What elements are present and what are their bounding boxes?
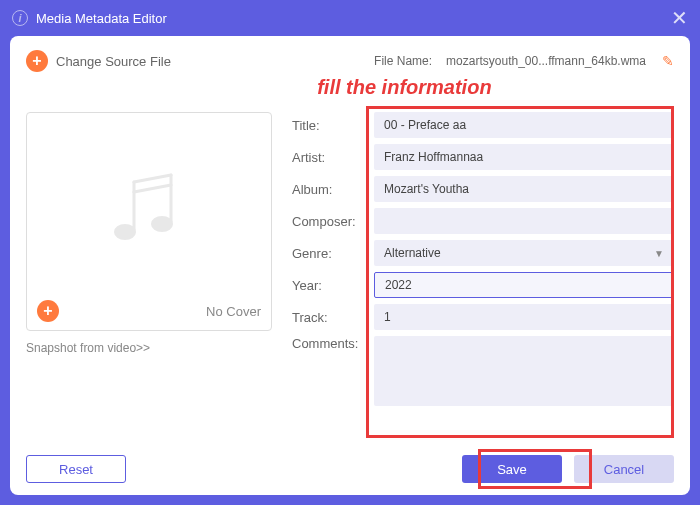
year-input[interactable]	[374, 272, 674, 298]
window-title: Media Metadata Editor	[36, 11, 167, 26]
close-icon[interactable]: ✕	[671, 6, 688, 30]
svg-point-0	[114, 224, 136, 240]
form-panel: Title: Artist: Album: Composer: Genre:	[292, 112, 674, 447]
title-input[interactable]	[374, 112, 674, 138]
titlebar: i Media Metadata Editor ✕	[0, 0, 700, 36]
edit-filename-icon[interactable]: ✎	[662, 53, 674, 69]
album-input[interactable]	[374, 176, 674, 202]
save-button[interactable]: Save	[462, 455, 562, 483]
composer-input[interactable]	[374, 208, 674, 234]
reset-button[interactable]: Reset	[26, 455, 126, 483]
cancel-button[interactable]: Cancel	[574, 455, 674, 483]
annotation-text: fill the information	[317, 76, 491, 99]
genre-label: Genre:	[292, 246, 370, 261]
comments-textarea[interactable]	[374, 336, 674, 406]
info-icon: i	[12, 10, 28, 26]
button-row: Reset Save Cancel	[26, 455, 674, 483]
snapshot-link[interactable]: Snapshot from video>>	[26, 341, 272, 355]
filename-label: File Name:	[374, 54, 432, 68]
music-note-icon	[99, 162, 199, 262]
artist-label: Artist:	[292, 150, 370, 165]
genre-selected-value: Alternative	[384, 246, 441, 260]
cover-box: + No Cover	[26, 112, 272, 331]
header-row: + Change Source File File Name: mozartsy…	[26, 50, 674, 72]
change-source-plus-icon[interactable]: +	[26, 50, 48, 72]
chevron-down-icon: ▼	[654, 248, 664, 259]
svg-point-1	[151, 216, 173, 232]
album-label: Album:	[292, 182, 370, 197]
artist-input[interactable]	[374, 144, 674, 170]
comments-label: Comments:	[292, 336, 370, 351]
track-label: Track:	[292, 310, 370, 325]
no-cover-label: No Cover	[206, 304, 261, 319]
cover-panel: + No Cover Snapshot from video>>	[26, 112, 272, 447]
track-input[interactable]	[374, 304, 674, 330]
composer-label: Composer:	[292, 214, 370, 229]
title-label: Title:	[292, 118, 370, 133]
change-source-button[interactable]: Change Source File	[56, 54, 171, 69]
year-label: Year:	[292, 278, 370, 293]
add-cover-button[interactable]: +	[37, 300, 59, 322]
filename-value: mozartsyouth_00...ffmann_64kb.wma	[446, 54, 646, 68]
genre-select[interactable]: Alternative ▼	[374, 240, 674, 266]
